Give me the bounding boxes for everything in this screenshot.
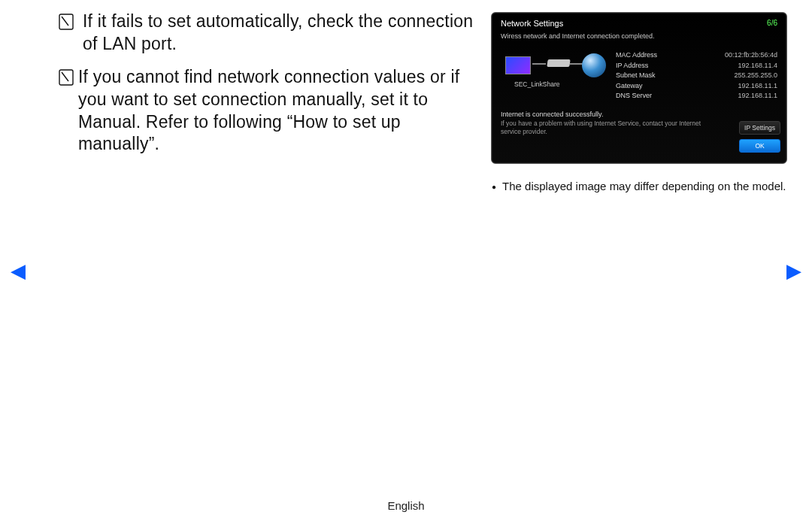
field-value: 192.168.11.1 [738,81,777,92]
table-row: DNS Server192.168.11.1 [616,91,777,101]
router-icon [547,59,570,67]
globe-icon [582,53,606,77]
link-segment-icon [532,63,546,65]
note-text: If it fails to set automatically, check … [83,11,480,56]
connection-graphic: SEC_LinkShare [501,50,610,91]
panel-title: Network Settings [501,19,563,28]
field-value: 192.168.11.1 [738,91,777,101]
tv-icon [505,56,531,74]
table-row: MAC Address00:12:fb:2b:56:4d [616,50,777,61]
field-label: IP Address [616,61,648,71]
status-text: Internet is connected successfully. [492,108,786,118]
table-row: IP Address192.168.11.4 [616,61,777,71]
prev-page-arrow[interactable]: ▶ [11,259,26,283]
panel-step: 6/6 [767,19,777,28]
network-details-table: MAC Address00:12:fb:2b:56:4d IP Address1… [616,50,777,101]
note-text: If you cannot find network connection va… [78,66,480,156]
table-row: Gateway192.168.11.1 [616,81,777,92]
note-icon [59,14,74,32]
note-icon [59,69,74,87]
network-settings-panel: Network Settings 6/6 Wiress network and … [491,12,787,164]
caption-text: The displayed image may differ depending… [502,179,786,194]
manual-page: ▶ ▶ If it fails to set automatically, ch… [0,0,812,530]
note-item: If it fails to set automatically, check … [59,11,480,56]
panel-subtitle: Wiress network and Internet connection c… [492,32,786,47]
note-item: If you cannot find network connection va… [59,66,480,156]
ok-button[interactable]: OK [739,139,780,153]
field-label: Gateway [616,81,643,92]
ip-settings-button[interactable]: IP Settings [739,121,780,135]
bullet-icon: ● [492,179,496,194]
field-value: 00:12:fb:2b:56:4d [725,50,777,61]
page-language: English [0,499,812,512]
body-text: If it fails to set automatically, check … [59,11,480,166]
field-label: Subnet Mask [616,71,656,81]
next-page-arrow[interactable]: ▶ [786,259,801,283]
table-row: Subnet Mask255.255.255.0 [616,71,777,81]
image-caption: ● The displayed image may differ dependi… [492,179,788,194]
field-label: DNS Server [616,91,652,101]
field-value: 255.255.255.0 [734,71,777,81]
field-label: MAC Address [616,50,657,61]
network-name: SEC_LinkShare [514,80,559,88]
help-text: If you have a problem with using Interne… [492,118,717,136]
field-value: 192.168.11.4 [738,61,777,71]
